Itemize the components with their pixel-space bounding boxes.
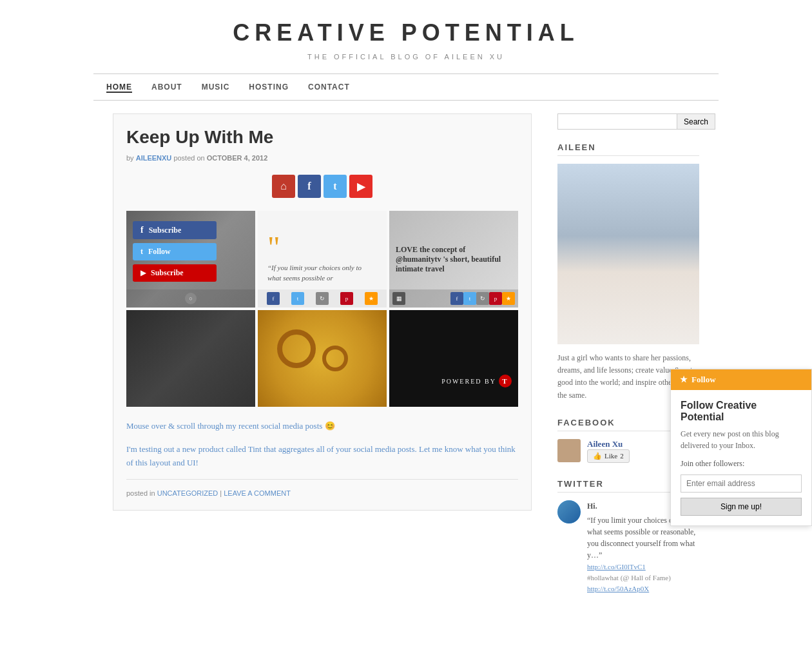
footer-separator: | [220,489,222,497]
tint-cell-gears [258,310,387,407]
cell2-bottom-bar: f t ↻ p ★ [258,289,387,308]
fb-small-icon: f [140,225,144,235]
follow-popup-description: Get every new post on this blog delivere… [681,428,802,451]
site-title[interactable]: CREATIVE POTENTIAL [13,19,799,46]
twitter-link2[interactable]: http://t.co/50AzAp0X [587,585,649,592]
tint-cell-aileen: Aileen Xu f Subscribe t Follow [126,211,255,308]
post-meta-posted: posted on [173,154,204,162]
quote-text: “If you limit your choices only to what … [267,263,377,283]
sign-me-up-button[interactable]: Sign me up! [681,498,802,516]
post-footer: posted in UNCATEGORIZED | LEAVE A COMMEN… [126,479,518,497]
fb-avatar [557,439,581,462]
grid-icon[interactable]: ▦ [392,292,405,305]
home-icon: ⌂ [280,181,287,192]
post-meta: by AILEENXU posted on OCTOBER 4, 2012 [126,154,518,162]
post: Keep Up With Me by AILEENXU posted on OC… [113,113,532,511]
youtube-icon-btn[interactable]: ▶ [349,175,372,198]
love-text: LOVE the concept of @humanitytv 's short… [389,239,518,280]
star-icon3[interactable]: ★ [502,292,515,305]
fb-info: Aileen Xu 👍 Like 2 [587,439,630,463]
twitter-avatar [557,500,581,523]
follow-tab-label: Follow [691,375,716,385]
search-input[interactable] [557,113,677,130]
tw-share-icon[interactable]: t [291,292,304,305]
twitter-avatar-img [557,500,581,523]
twitter-icon-btn[interactable]: t [324,175,347,198]
globe-icon[interactable]: ○ [185,293,197,304]
nav-item-about[interactable]: ABOUT [151,82,182,92]
aileen-photo-img [557,164,699,344]
powered-by-text: POWERED BY T [441,375,512,387]
follow-popup-content: Follow Creative Potential Get every new … [671,390,811,525]
tint-cell-dark1 [126,310,255,407]
content-wrapper: Keep Up With Me by AILEENXU posted on OC… [19,101,793,623]
facebook-subscribe-btn[interactable]: f Subscribe [133,221,217,239]
follow-popup-join: Join other followers: [681,458,802,469]
site-subtitle: THE OFFICIAL BLOG OF AILEEN XU [13,53,799,61]
post-title: Keep Up With Me [126,127,518,148]
nav-item-contact[interactable]: CONTACT [308,82,350,92]
tint-cell-love: LOVE the concept of @humanitytv 's short… [389,211,518,308]
tint-cell-run: POWERED BY T [389,310,518,407]
pin-icon[interactable]: p [340,292,353,305]
nav-item-music[interactable]: MUSIC [202,82,230,92]
leave-comment-link[interactable]: LEAVE A COMMENT [224,489,291,497]
post-date: OCTOBER 4, 2012 [207,154,268,162]
youtube-icon: ▶ [357,181,365,193]
retweet-icon[interactable]: ↻ [316,292,329,305]
search-button[interactable]: Search [677,113,715,130]
nav-item-hosting[interactable]: HOSTING [249,82,289,92]
post-category-link[interactable]: UNCATEGORIZED [157,489,218,497]
cell1-bottom-bar: ○ [126,289,255,308]
tint-caption: Mouse over & scroll through my recent so… [126,420,518,433]
yt-small-icon: ▶ [140,269,146,277]
tw-small-icon: t [140,247,143,257]
subscribe-buttons: f Subscribe t Follow ▶ Subscribe [133,221,217,282]
search-box: Search [557,113,699,130]
post-body: I'm testing out a new product called Tin… [126,443,518,470]
fb-icon3[interactable]: f [450,292,463,305]
tint-logo: T [499,375,512,387]
aileen-section-title: AILEEN [557,142,699,156]
thumbs-up-icon: 👍 [593,452,602,460]
follow-popup: ★ Follow Follow Creative Potential Get e… [670,369,812,526]
tint-cell-quote: " “If you limit your choices only to wha… [258,211,387,308]
nav-item-home[interactable]: HOME [106,82,132,92]
main-content: Keep Up With Me by AILEENXU posted on OC… [113,113,532,611]
tint-gallery: Aileen Xu f Subscribe t Follow [126,211,518,407]
cell3-bottom-bar: ▦ f t ↻ p ★ [389,289,518,308]
sidebar: Search AILEEN Just a girl who wants to s… [557,113,699,611]
twitter-follow-btn[interactable]: t Follow [133,243,217,260]
pin-icon3[interactable]: p [489,292,502,305]
fb-name[interactable]: Aileen Xu [587,439,630,449]
star-icon[interactable]: ★ [365,292,378,305]
home-icon-btn[interactable]: ⌂ [272,175,295,198]
tw-icon3[interactable]: t [463,292,476,305]
twitter-hashtag: #hollawhat (@ Hall of Fame) [587,572,699,583]
sidebar-aileen-section: AILEEN Just a girl who wants to share he… [557,142,699,402]
follow-popup-title: Follow Creative Potential [681,400,802,423]
post-meta-by: by [126,154,134,162]
youtube-subscribe-btn[interactable]: ▶ Subscribe [133,264,217,282]
follow-email-input[interactable] [681,474,802,493]
aileen-photo [557,164,699,344]
fb-share-icon[interactable]: f [267,292,280,305]
follow-popup-tab[interactable]: ★ Follow [671,369,811,390]
twitter-link1[interactable]: http://t.co/GI0lTvC1 [587,563,646,571]
follow-star-icon: ★ [680,375,688,385]
twitter-icon: t [333,181,336,192]
fb-like-button[interactable]: 👍 Like 2 [587,449,630,463]
facebook-icon: f [307,181,311,192]
re-icon3[interactable]: ↻ [476,292,489,305]
social-icons-row: ⌂ f t ▶ [126,175,518,198]
post-author[interactable]: AILEENXU [136,154,172,162]
site-header: CREATIVE POTENTIAL THE OFFICIAL BLOG OF … [0,0,812,73]
facebook-icon-btn[interactable]: f [298,175,321,198]
main-nav: HOME ABOUT MUSIC HOSTING CONTACT [93,73,719,101]
tint-caption-link[interactable]: Mouse over & scroll through my recent so… [126,421,335,431]
post-body-link[interactable]: I'm testing out a new product called Tin… [126,444,516,467]
quote-mark: " [267,235,280,260]
posted-in-label: posted in [126,489,155,497]
